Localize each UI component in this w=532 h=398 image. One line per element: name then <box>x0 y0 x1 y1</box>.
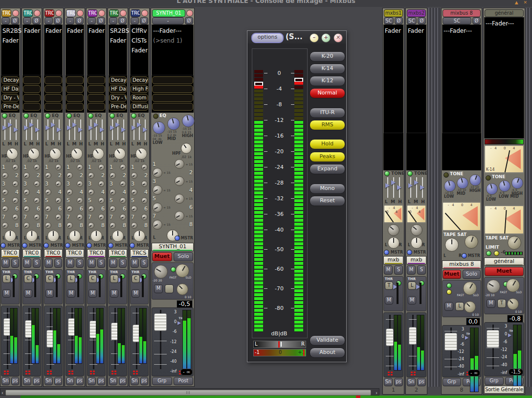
footer-sn-button[interactable]: Sn <box>44 377 53 385</box>
processor-entry[interactable]: Fader <box>24 26 40 36</box>
slider-handle-icon[interactable] <box>29 122 34 127</box>
footer-sn-button[interactable]: Sn <box>88 377 96 385</box>
slider-handle-icon[interactable] <box>132 125 136 130</box>
processor-entry[interactable]: Fader <box>408 26 424 36</box>
plugin-slot[interactable]: High F <box>131 85 148 93</box>
footer-grp-button[interactable]: Grp <box>485 377 504 385</box>
send-knob[interactable] <box>45 222 51 229</box>
send-knob[interactable] <box>2 189 8 195</box>
track-label-button[interactable]: TRC <box>23 9 33 17</box>
eq-band-slider[interactable] <box>136 118 142 141</box>
pan-knob[interactable] <box>4 230 16 242</box>
record-circle-icon[interactable] <box>141 10 148 17</box>
options-button[interactable]: options <box>251 33 284 43</box>
slider-handle-icon[interactable] <box>100 127 104 132</box>
minimize-button[interactable]: – <box>310 33 319 43</box>
eq-band-slider[interactable] <box>50 118 56 141</box>
slider-handle-icon[interactable] <box>2 125 7 130</box>
send-knob[interactable] <box>2 172 8 179</box>
footer-sn-button[interactable]: Sn <box>23 377 31 385</box>
eq-band-slider[interactable] <box>99 118 105 141</box>
fader-track[interactable] <box>409 315 417 370</box>
processor-entry[interactable]: Fader <box>45 26 62 36</box>
fader-track[interactable] <box>444 328 457 370</box>
strip-nameplate[interactable]: TRC0 <box>87 249 106 258</box>
fader-track[interactable] <box>386 315 394 370</box>
strip-nameplate[interactable]: TRC0 <box>1 249 20 258</box>
scroll-left-arrow-icon[interactable]: ‹ <box>1 390 3 396</box>
send-knob[interactable] <box>55 181 62 187</box>
slider-handle-icon[interactable] <box>8 122 12 127</box>
tone-knob-low[interactable] <box>486 183 498 195</box>
plugin-slot[interactable] <box>66 85 84 93</box>
plugin-slot[interactable]: HF Dar <box>1 85 19 93</box>
trim-minus-button[interactable]: - <box>131 17 139 24</box>
record-circle-icon[interactable] <box>77 10 84 17</box>
slider-handle-icon[interactable] <box>35 127 40 132</box>
gain-display[interactable]: 0,0 <box>466 318 480 326</box>
send-knob[interactable] <box>77 164 83 170</box>
send-knob[interactable] <box>110 206 116 212</box>
eq-band-slider[interactable] <box>45 118 50 141</box>
phase-invert-button[interactable]: Ø <box>75 17 84 24</box>
eq-band-slider[interactable] <box>2 118 7 141</box>
eq-band-slider[interactable] <box>121 118 126 141</box>
master-assign[interactable]: MSTR <box>175 235 193 241</box>
eq-knob-low[interactable] <box>153 121 165 134</box>
eq-band-slider[interactable] <box>13 118 19 141</box>
hpf-knob[interactable] <box>92 148 104 160</box>
fader-cap[interactable] <box>386 328 394 346</box>
eq-band-slider[interactable] <box>23 118 29 141</box>
send-knob[interactable] <box>34 181 40 187</box>
meter-readout[interactable]: - ∞ <box>468 370 480 376</box>
phase-invert-button[interactable]: Ø <box>472 17 481 24</box>
footer-ps-button[interactable]: ps <box>54 377 63 385</box>
trim-minus-button[interactable]: - <box>88 17 96 24</box>
plugin-slot[interactable] <box>66 103 84 111</box>
pan-knob[interactable] <box>133 230 145 242</box>
eq-band-slider[interactable] <box>93 118 99 141</box>
plugin-slot[interactable] <box>66 94 84 102</box>
tone-knob-mid[interactable] <box>457 177 468 189</box>
comp-makeup-button[interactable]: M <box>110 289 118 298</box>
plugin-slot[interactable] <box>88 94 105 102</box>
plugin-slot[interactable]: Pre-De <box>1 103 19 111</box>
processor-entry[interactable]: Fader <box>385 26 401 36</box>
pan-knob[interactable] <box>69 230 81 242</box>
footer-ps-button[interactable]: ps <box>119 377 127 385</box>
eq-band-slider[interactable] <box>408 176 413 199</box>
send-knob[interactable] <box>55 197 62 204</box>
comp-ratio-knob[interactable] <box>507 298 519 310</box>
send-knob[interactable] <box>131 206 137 212</box>
send-knob[interactable] <box>2 222 8 229</box>
eq-knob-mid[interactable] <box>167 117 180 130</box>
slider-handle-icon[interactable] <box>420 185 424 190</box>
strip-nameplate[interactable]: mxb <box>406 256 426 264</box>
pan-knob[interactable] <box>26 230 38 242</box>
send-knob[interactable] <box>141 181 148 187</box>
record-circle-icon[interactable] <box>120 10 127 17</box>
send-knob[interactable] <box>175 211 184 221</box>
slider-handle-icon[interactable] <box>408 183 413 188</box>
plugin-slot[interactable] <box>23 85 41 93</box>
send-knob[interactable] <box>131 222 137 229</box>
mute-button[interactable]: M <box>88 258 96 268</box>
comp-mode-button[interactable]: L <box>2 275 11 283</box>
send-knob[interactable] <box>175 159 184 169</box>
gain-display[interactable]: -0,8 <box>507 315 523 323</box>
footer-grp-button[interactable]: Grp <box>443 378 461 386</box>
solo-button[interactable]: S <box>140 258 149 268</box>
solo-button[interactable]: S <box>417 265 426 275</box>
solo-button[interactable]: S <box>54 258 63 268</box>
track-label-button[interactable]: TRC <box>131 9 140 17</box>
comp-makeup-button[interactable]: M <box>132 289 140 298</box>
eq-band-slider[interactable] <box>88 118 93 141</box>
close-button[interactable]: ✕ <box>333 33 343 43</box>
slider-handle-icon[interactable] <box>391 180 396 185</box>
meter-readout[interactable]: -1,5 <box>509 369 523 375</box>
send-knob[interactable] <box>23 222 30 229</box>
send-knob[interactable] <box>12 214 19 220</box>
solo-button[interactable]: Solo <box>174 252 194 261</box>
hpf-knob[interactable] <box>28 148 40 160</box>
scroll-right-arrow-icon[interactable]: › <box>376 390 377 396</box>
